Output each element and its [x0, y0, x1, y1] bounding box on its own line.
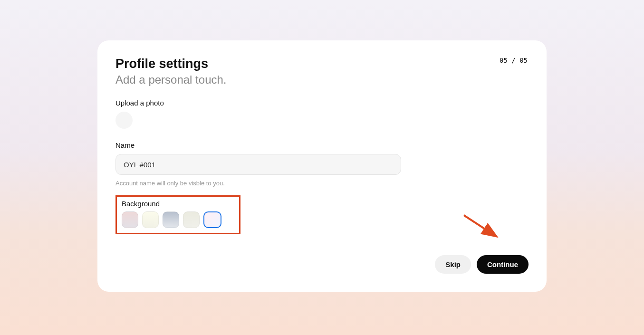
- upload-photo-label: Upload a photo: [115, 99, 529, 107]
- page-subtitle: Add a personal touch.: [115, 73, 529, 86]
- name-section: Name Account name will only be visble to…: [115, 141, 529, 187]
- upload-photo-section: Upload a photo: [115, 99, 529, 129]
- name-input[interactable]: [115, 154, 401, 175]
- avatar-upload-button[interactable]: [115, 112, 133, 129]
- name-helper-text: Account name will only be visble to you.: [115, 180, 529, 187]
- background-swatch-2[interactable]: [142, 211, 159, 228]
- skip-button[interactable]: Skip: [435, 255, 471, 274]
- step-current: 05: [500, 57, 508, 64]
- profile-settings-card: 05 / 05 Profile settings Add a personal …: [97, 40, 547, 292]
- background-label: Background: [122, 200, 234, 208]
- background-swatch-5[interactable]: [203, 211, 221, 228]
- step-indicator: 05 / 05: [500, 57, 528, 64]
- name-label: Name: [115, 141, 529, 149]
- step-total: 05: [519, 57, 528, 64]
- page-title: Profile settings: [115, 57, 529, 71]
- background-swatch-4[interactable]: [183, 211, 200, 228]
- background-swatch-row: [122, 211, 234, 228]
- background-swatch-3[interactable]: [163, 211, 179, 228]
- step-separator: /: [508, 57, 519, 64]
- continue-button[interactable]: Continue: [477, 255, 529, 274]
- background-swatch-1[interactable]: [122, 211, 138, 228]
- background-section-highlight: Background: [115, 195, 240, 234]
- action-buttons: Skip Continue: [115, 255, 529, 274]
